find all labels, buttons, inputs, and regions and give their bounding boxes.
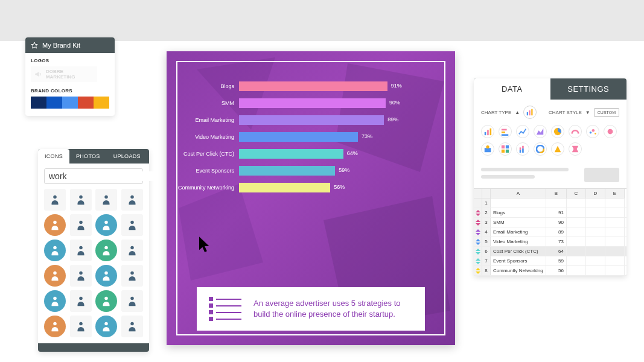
brand-logo[interactable]: DOBRE MARKETING [31,66,97,82]
icon-result[interactable] [95,265,117,287]
drag-handle[interactable] [474,227,482,237]
cell[interactable] [567,218,586,227]
cell[interactable] [567,227,586,237]
icon-result[interactable] [70,316,92,337]
icon-result[interactable] [44,189,66,211]
cell[interactable] [586,198,605,208]
table-row[interactable]: 3SMM90 [474,218,626,227]
treemap-icon[interactable] [499,142,512,156]
icon-result[interactable] [44,240,66,261]
icon-result[interactable] [95,240,117,261]
cell[interactable]: SMM [491,218,546,227]
apply-button-placeholder[interactable] [584,168,619,182]
cell[interactable] [567,198,586,208]
cell[interactable] [605,256,625,265]
icon-result[interactable] [44,214,66,236]
data-table[interactable]: A B C D E 12Blogs913SMM904Email Marketin… [474,188,626,276]
custom-button[interactable]: CUSTOM [594,108,619,117]
row-number[interactable]: 8 [482,266,491,275]
bubble-chart-icon[interactable] [586,125,599,138]
tab-icons[interactable]: ICONS [38,149,69,164]
donut-chart-icon[interactable] [534,142,547,156]
table-row[interactable]: 6Cost Per Click (CTC)64 [474,247,626,256]
icon-result[interactable] [70,290,92,312]
icon-result[interactable] [95,316,117,337]
row-number[interactable]: 1 [482,198,491,208]
callout-box[interactable]: An average advertiser uses 5 strategies … [197,287,425,331]
tab-photos[interactable]: PHOTOS [69,149,107,164]
icon-result[interactable] [121,214,143,236]
icon-result[interactable] [121,290,143,312]
cell[interactable] [546,198,567,208]
cell[interactable] [586,237,605,246]
cell[interactable] [605,218,625,227]
design-canvas[interactable]: Blogs91%SMM90%Email Marketing89%Video Ma… [167,51,455,345]
chart-bar-row[interactable]: SMM90% [173,98,449,108]
col-header[interactable]: C [567,189,586,198]
cell[interactable]: 73 [546,237,567,246]
row-number[interactable]: 2 [482,208,491,217]
cell[interactable] [586,208,605,217]
row-number[interactable]: 5 [482,237,491,246]
icon-result[interactable] [121,189,143,211]
drag-handle[interactable] [474,218,482,227]
icon-result[interactable] [95,214,117,236]
cell[interactable] [605,237,625,246]
cell[interactable] [586,266,605,275]
chart-bar-row[interactable]: Event Sponsors59% [173,166,449,176]
hbar-chart-icon[interactable] [499,125,512,138]
row-number[interactable]: 3 [482,218,491,227]
cell[interactable] [567,266,586,275]
chart-bar-row[interactable]: Blogs91% [173,81,449,91]
cell[interactable]: 89 [546,227,567,237]
icon-result[interactable] [44,316,66,337]
table-row[interactable]: 8Community Networking56 [474,266,626,276]
brand-color-swatch[interactable] [62,97,78,109]
cell[interactable]: 59 [546,256,567,265]
chart-bar-row[interactable]: Video Marketing73% [173,132,449,142]
cell[interactable] [586,227,605,237]
cell[interactable]: Community Networking [491,266,546,275]
cell[interactable] [567,237,586,246]
icon-result[interactable] [121,265,143,287]
brand-color-swatch[interactable] [46,97,62,109]
cell[interactable] [605,198,625,208]
brand-color-swatch[interactable] [31,97,46,109]
brand-color-swatch[interactable] [78,97,94,109]
cell[interactable]: Email Marketing [491,227,546,237]
cell[interactable] [586,218,605,227]
cell[interactable]: 90 [546,218,567,227]
col-header[interactable]: D [586,189,605,198]
col-header[interactable]: A [491,189,546,198]
drag-handle[interactable] [474,208,482,217]
icon-result[interactable] [44,290,66,312]
table-row[interactable]: 5Video Marketing73 [474,237,626,247]
icon-result[interactable] [121,240,143,261]
icon-result[interactable] [44,265,66,287]
tab-data[interactable]: DATA [474,78,550,100]
cell[interactable] [586,256,605,265]
cell[interactable]: Event Sponsors [491,256,546,265]
icon-search[interactable] [44,168,143,184]
dot-chart-icon[interactable] [604,125,617,138]
chart-type-selector[interactable]: CHART TYPE ▲ [481,106,537,119]
drag-handle[interactable] [474,256,482,265]
cell[interactable] [605,208,625,217]
bar-chart[interactable]: Blogs91%SMM90%Email Marketing89%Video Ma… [173,81,449,200]
icon-result[interactable] [70,214,92,236]
col-header[interactable]: E [605,189,625,198]
pyramid-chart-icon[interactable] [551,142,564,156]
pie-chart-icon[interactable] [551,125,564,138]
drag-handle[interactable] [474,247,482,256]
drag-handle[interactable] [474,266,482,275]
row-number[interactable]: 6 [482,247,491,256]
gauge-chart-icon[interactable] [569,125,582,138]
chart-bar-row[interactable]: Community Networking56% [173,183,449,192]
row-number[interactable]: 7 [482,256,491,265]
icon-result[interactable] [95,290,117,312]
tab-uploads[interactable]: UPLOADS [107,149,147,164]
table-row[interactable]: 4Email Marketing89 [474,227,626,237]
cell[interactable]: Blogs [491,208,546,217]
cell[interactable]: Cost Per Click (CTC) [491,247,546,256]
icon-result[interactable] [95,189,117,211]
